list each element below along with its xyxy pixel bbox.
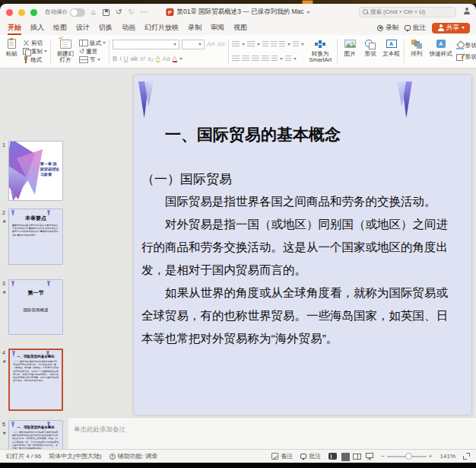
zoom-slider[interactable]: − + (381, 453, 432, 460)
document-title-area[interactable]: P 第01章 国际贸易概述3 — 已保存到我的 Mac (166, 8, 309, 17)
comments-button[interactable]: 批注 (405, 24, 426, 33)
tab-insert[interactable]: 插入 (30, 21, 44, 35)
fit-slide-to-window-icon[interactable] (463, 453, 470, 460)
font-size-select[interactable] (182, 40, 205, 49)
quick-styles-button[interactable]: A 快速样式 (428, 37, 454, 66)
slide-canvas[interactable]: 一、国际贸易的基本概念 （一）国际贸易 国际贸易是指世界各国之间商品和劳务的交换… (134, 75, 471, 415)
close-window-button[interactable] (6, 9, 13, 16)
notes-toggle-button[interactable]: 备注 (271, 452, 293, 460)
slide-heading[interactable]: （一）国际贸易 (141, 170, 452, 188)
decrease-indent-icon[interactable] (262, 41, 268, 47)
strikethrough-button[interactable]: ab (131, 56, 138, 62)
smartart-button[interactable]: 转换为SmartArt (306, 37, 334, 66)
zoom-out-button[interactable]: − (381, 453, 385, 460)
thumbnail-slide-3[interactable]: 第一节 国际贸易概述 (8, 279, 63, 335)
animation-star-icon[interactable]: ★ (2, 430, 6, 435)
change-case-button[interactable]: Aa (162, 56, 170, 62)
accessibility-status[interactable]: 辅助功能: 调查 (109, 452, 157, 460)
italic-button[interactable]: I (119, 56, 121, 62)
undo-icon[interactable]: ↺ (116, 8, 122, 16)
align-objects-icon[interactable] (285, 56, 291, 62)
tab-view[interactable]: 视图 (233, 21, 247, 35)
justify-icon[interactable] (262, 56, 269, 62)
picture-button[interactable]: 图片 (341, 37, 359, 66)
comments-label: 批注 (413, 24, 426, 33)
tab-record[interactable]: 录制 (188, 21, 202, 35)
shapes-button[interactable]: 形状 (361, 37, 379, 66)
reset-button[interactable]: ↺ 重置 (79, 47, 106, 56)
shrink-font-button[interactable]: A˅ (217, 41, 226, 48)
align-center-icon[interactable] (242, 56, 249, 62)
shape-fill-button[interactable]: 形状填充 (456, 42, 476, 50)
subscript-button[interactable]: x₂ (148, 56, 154, 62)
slide-thumbnail-panel[interactable]: 1 第一章 国际贸易理论与政策 2 ★ 本章要点 ◆国际贸易的基本概念和内涵以及… (0, 68, 68, 449)
thumbnail-slide-2[interactable]: 本章要点 ◆国际贸易的基本概念和内涵以及国际贸易的产生与发展过程 ◆国际分工的形… (8, 209, 63, 265)
tab-review[interactable]: 审阅 (211, 21, 224, 35)
section-button[interactable]: 节 (79, 56, 106, 64)
align-left-icon[interactable] (232, 56, 240, 62)
normal-view-button[interactable] (328, 453, 337, 460)
copy-button[interactable]: 复制 (23, 47, 47, 56)
presence-person-icon[interactable] (463, 8, 470, 14)
numbering-icon[interactable] (247, 41, 255, 47)
thumbnail-slide-5[interactable]: 一、国际贸易的基本概念 （二）国际贸易额与对外贸易额 1.国际贸易额 国际贸易额… (8, 420, 63, 449)
font-name-select[interactable] (113, 40, 179, 49)
text-highlight-button[interactable]: A (156, 55, 160, 63)
bold-button[interactable]: B (113, 56, 117, 62)
increase-indent-icon[interactable] (271, 41, 277, 47)
animation-star-icon[interactable]: ★ (2, 358, 6, 364)
slide-body-text[interactable]: 国际贸易是指世界各国之间商品和劳务的交换活动。 对外贸易是指一国（或地区）同别国… (141, 190, 452, 350)
slide-title[interactable]: 一、国际贸易的基本概念 (165, 124, 452, 145)
cut-button[interactable]: 剪切 (23, 39, 47, 47)
share-button[interactable]: 共享 (432, 23, 470, 33)
bullets-icon[interactable] (232, 41, 240, 47)
zoom-in-button[interactable]: + (429, 453, 433, 460)
tab-design[interactable]: 设计 (76, 21, 90, 35)
superscript-button[interactable]: x² (140, 56, 145, 62)
shape-outline-button[interactable]: 形状轮廓 (456, 53, 476, 62)
record-button[interactable]: 录制 (377, 24, 398, 33)
text-direction-icon[interactable] (293, 41, 299, 47)
underline-button[interactable]: U (124, 56, 129, 62)
new-slide-button[interactable]: 新建幻灯片 (54, 37, 77, 66)
thumbnail-number: 5 (2, 422, 5, 427)
autosave-toggle[interactable] (70, 8, 85, 17)
paste-button[interactable]: 粘贴 (2, 37, 21, 66)
thumbnail-slide-4-selected[interactable]: 一、国际贸易的基本概念 （一）国际贸易 国际贸易是指世界各国之间商品和劳务的交换… (8, 349, 63, 411)
tab-transitions[interactable]: 切换 (99, 21, 113, 35)
columns-icon[interactable] (271, 56, 278, 62)
notes-pane[interactable]: 单击此处添加备注 (68, 417, 476, 449)
format-painter-button[interactable]: 格式 (23, 56, 47, 64)
home-icon[interactable]: ⌂ (91, 8, 96, 16)
grow-font-button[interactable]: A˄ (207, 41, 215, 48)
slideshow-button[interactable] (366, 453, 373, 458)
zoom-slider-knob[interactable] (405, 453, 412, 460)
reading-view-button[interactable] (353, 454, 361, 460)
align-right-icon[interactable] (252, 56, 259, 62)
arrange-button[interactable]: 排列 (408, 37, 426, 66)
tab-home[interactable]: 开始 (8, 21, 21, 35)
font-color-button[interactable]: A (173, 55, 177, 63)
autosave-control[interactable]: 自动保存 (45, 8, 85, 17)
zoom-level[interactable]: 141% (440, 453, 455, 460)
language-indicator[interactable]: 简体中文(中国大陆) (49, 452, 101, 460)
line-spacing-icon[interactable] (279, 41, 285, 47)
slide-sorter-view-button[interactable] (341, 453, 348, 460)
search-input[interactable] (370, 8, 452, 15)
more-toolbar-icon[interactable]: ⋯ (141, 8, 148, 16)
zoom-window-button[interactable] (30, 9, 37, 16)
animation-star-icon[interactable]: ★ (2, 218, 6, 224)
minimize-window-button[interactable] (18, 9, 25, 16)
save-icon[interactable] (103, 9, 109, 16)
redo-icon[interactable]: ↻ (128, 8, 134, 16)
animation-star-icon[interactable]: ★ (2, 289, 6, 294)
tab-slideshow[interactable]: 幻灯片放映 (144, 21, 179, 35)
thumbnail-slide-1[interactable]: 第一章 国际贸易理论与政策 (8, 141, 63, 201)
search-box[interactable] (359, 7, 456, 18)
layout-button[interactable]: 版式 (79, 39, 106, 47)
textbox-button[interactable]: A 文本框 (382, 37, 401, 66)
zoom-slider-track[interactable] (387, 456, 427, 457)
comments-toggle-button[interactable]: 批注 (300, 452, 321, 460)
tab-animations[interactable]: 动画 (122, 21, 135, 35)
tab-draw[interactable]: 绘图 (53, 21, 67, 35)
